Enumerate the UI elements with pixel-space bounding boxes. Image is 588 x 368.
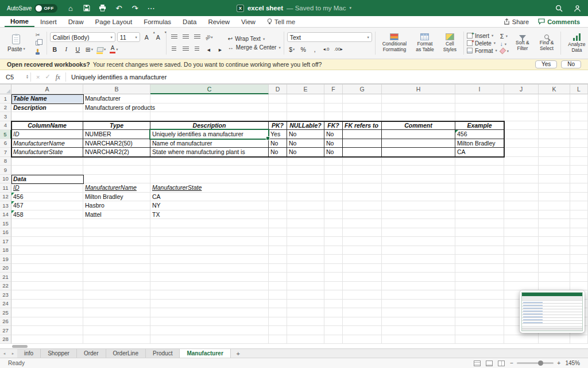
cell-I27[interactable] bbox=[455, 326, 504, 335]
cell-G26[interactable] bbox=[343, 317, 382, 327]
increase-font-size-button[interactable]: A▴ bbox=[142, 32, 152, 42]
cell-C19[interactable] bbox=[150, 255, 269, 264]
cell-J15[interactable] bbox=[504, 219, 539, 228]
cell-C8[interactable] bbox=[150, 157, 269, 166]
cell-F27[interactable] bbox=[324, 326, 343, 335]
row-header-1[interactable]: 1 bbox=[0, 94, 11, 103]
row-header-26[interactable]: 26 bbox=[0, 317, 11, 327]
cell-B1[interactable]: Manufacturer bbox=[83, 94, 150, 103]
cell-I16[interactable] bbox=[455, 228, 504, 237]
font-name-select[interactable]: Calibri (Body)▾ bbox=[50, 32, 115, 42]
cell-G17[interactable] bbox=[343, 237, 382, 246]
format-painter-button[interactable] bbox=[32, 49, 44, 55]
cell-D18[interactable] bbox=[269, 246, 287, 255]
cell-G23[interactable] bbox=[343, 290, 382, 300]
cell-I25[interactable] bbox=[455, 308, 504, 317]
row-header-22[interactable]: 22 bbox=[0, 282, 11, 291]
cell-I23[interactable] bbox=[455, 290, 504, 300]
cell-J9[interactable] bbox=[504, 166, 539, 175]
cell-D20[interactable] bbox=[269, 264, 287, 273]
cell-J11[interactable] bbox=[504, 183, 539, 193]
tab-draw[interactable]: Draw bbox=[63, 16, 90, 27]
cell-L9[interactable] bbox=[570, 166, 588, 175]
cell-H23[interactable] bbox=[382, 290, 455, 300]
cell-J3[interactable] bbox=[504, 112, 539, 121]
row-header-21[interactable]: 21 bbox=[0, 273, 11, 282]
cell-E14[interactable] bbox=[287, 210, 324, 220]
select-all-corner[interactable] bbox=[0, 85, 11, 94]
notification-no-button[interactable]: No bbox=[561, 60, 581, 68]
row-header-12[interactable]: 12 bbox=[0, 193, 11, 202]
cell-A3[interactable] bbox=[11, 112, 83, 121]
cell-H27[interactable] bbox=[382, 326, 455, 335]
cell-J1[interactable] bbox=[504, 94, 539, 103]
copy-button[interactable] bbox=[32, 40, 44, 47]
cell-A6[interactable]: ManufacturerName bbox=[11, 139, 83, 148]
cell-H19[interactable] bbox=[382, 255, 455, 264]
cell-E8[interactable] bbox=[287, 157, 324, 166]
column-header-I[interactable]: I bbox=[455, 85, 504, 94]
cell-F21[interactable] bbox=[324, 273, 343, 282]
cell-B7[interactable]: NVARCHAR2(2) bbox=[83, 148, 150, 157]
document-title[interactable]: X excel sheet — Saved to my Mac ▾ bbox=[237, 5, 351, 12]
undo-icon[interactable]: ↶ bbox=[115, 3, 123, 13]
cell-A27[interactable] bbox=[11, 326, 83, 335]
cell-E13[interactable] bbox=[287, 201, 324, 210]
cell-L8[interactable] bbox=[570, 157, 588, 166]
cell-G25[interactable] bbox=[343, 308, 382, 317]
cell-I10[interactable] bbox=[455, 175, 504, 184]
search-icon[interactable] bbox=[555, 3, 563, 13]
cell-D26[interactable] bbox=[269, 317, 287, 327]
number-format-select[interactable]: Text▾ bbox=[287, 32, 372, 42]
cell-E11[interactable] bbox=[287, 183, 324, 193]
cell-I4[interactable]: Example bbox=[455, 121, 504, 131]
redo-icon[interactable]: ↷ bbox=[131, 3, 139, 13]
cell-E26[interactable] bbox=[287, 317, 324, 327]
percent-style-button[interactable]: % bbox=[299, 44, 308, 54]
cell-K4[interactable] bbox=[539, 121, 570, 131]
cell-J17[interactable] bbox=[504, 237, 539, 246]
row-header-9[interactable]: 9 bbox=[0, 166, 11, 175]
cell-A9[interactable] bbox=[11, 166, 83, 175]
print-icon[interactable] bbox=[99, 3, 107, 13]
cell-I26[interactable] bbox=[455, 317, 504, 327]
cell-C2[interactable] bbox=[150, 103, 269, 113]
tab-home[interactable]: Home bbox=[5, 16, 34, 27]
cell-L14[interactable] bbox=[570, 210, 588, 220]
cell-F3[interactable] bbox=[324, 112, 343, 121]
cell-C11[interactable]: ManufacturerState bbox=[150, 183, 269, 193]
cell-I22[interactable] bbox=[455, 282, 504, 291]
cell-E17[interactable] bbox=[287, 237, 324, 246]
cell-E12[interactable] bbox=[287, 193, 324, 202]
cell-F13[interactable] bbox=[324, 201, 343, 210]
cell-C17[interactable] bbox=[150, 237, 269, 246]
cell-I20[interactable] bbox=[455, 264, 504, 273]
cell-D16[interactable] bbox=[269, 228, 287, 237]
cell-B11[interactable]: ManufacturerName bbox=[83, 183, 150, 193]
cell-B10[interactable] bbox=[83, 175, 150, 184]
row-header-4[interactable]: 4 bbox=[0, 121, 11, 131]
cell-J21[interactable] bbox=[504, 273, 539, 282]
sheet-tab-order[interactable]: Order bbox=[77, 349, 106, 358]
cell-H15[interactable] bbox=[382, 219, 455, 228]
cell-E25[interactable] bbox=[287, 308, 324, 317]
cell-L22[interactable] bbox=[570, 282, 588, 291]
row-header-27[interactable]: 27 bbox=[0, 326, 11, 335]
cell-G18[interactable] bbox=[343, 246, 382, 255]
row-header-6[interactable]: 6 bbox=[0, 139, 11, 148]
tab-page-layout[interactable]: Page Layout bbox=[90, 16, 138, 27]
cell-B9[interactable] bbox=[83, 166, 150, 175]
cell-F28[interactable] bbox=[324, 335, 343, 344]
cell-K1[interactable] bbox=[539, 94, 570, 103]
row-header-3[interactable]: 3 bbox=[0, 112, 11, 121]
cell-I3[interactable] bbox=[455, 112, 504, 121]
tab-review[interactable]: Review bbox=[202, 16, 235, 27]
cell-D2[interactable] bbox=[269, 103, 287, 113]
cell-A19[interactable] bbox=[11, 255, 83, 264]
zoom-percentage[interactable]: 145% bbox=[564, 360, 580, 366]
cell-A24[interactable] bbox=[11, 300, 83, 309]
cell-G16[interactable] bbox=[343, 228, 382, 237]
row-header-18[interactable]: 18 bbox=[0, 246, 11, 255]
cell-G19[interactable] bbox=[343, 255, 382, 264]
cell-K8[interactable] bbox=[539, 157, 570, 166]
